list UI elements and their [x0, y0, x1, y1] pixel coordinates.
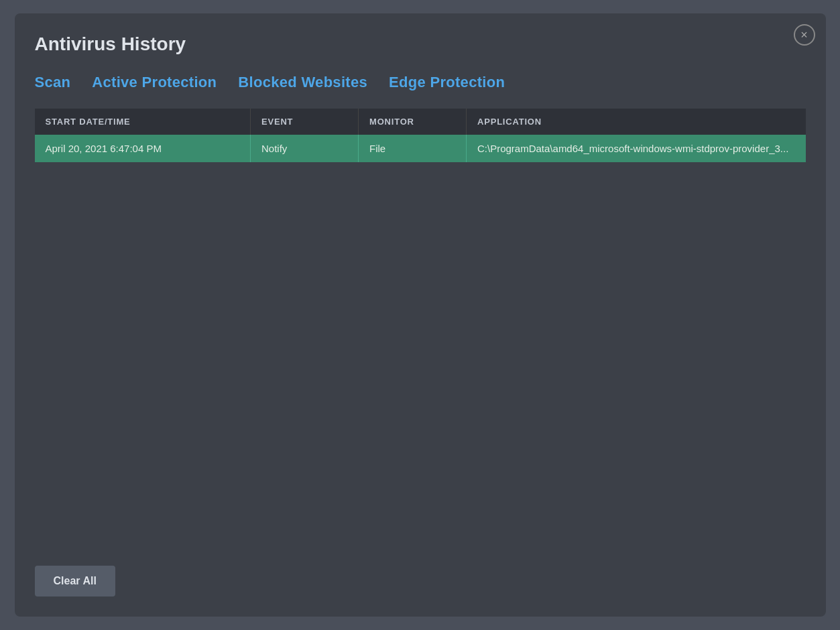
history-table: START DATE/TIME EVENT MONITOR APPLICATIO… [35, 109, 806, 162]
col-header-application: APPLICATION [467, 109, 806, 135]
col-header-start-date: START DATE/TIME [35, 109, 251, 135]
tab-active-protection[interactable]: Active Protection [92, 74, 217, 95]
close-button[interactable]: × [794, 24, 815, 46]
table-row[interactable]: April 20, 2021 6:47:04 PM Notify File C:… [35, 135, 806, 162]
cell-start-date: April 20, 2021 6:47:04 PM [35, 135, 251, 162]
tab-scan[interactable]: Scan [35, 74, 71, 95]
col-header-monitor: MONITOR [359, 109, 467, 135]
tab-bar: Scan Active Protection Blocked Websites … [35, 74, 806, 95]
tab-edge-protection[interactable]: Edge Protection [389, 74, 505, 95]
tab-blocked-websites[interactable]: Blocked Websites [238, 74, 367, 95]
table-header-row: START DATE/TIME EVENT MONITOR APPLICATIO… [35, 109, 806, 135]
clear-all-button[interactable]: Clear All [35, 566, 115, 596]
cell-event: Notify [251, 135, 359, 162]
cell-application: C:\ProgramData\amd64_microsoft-windows-w… [467, 135, 806, 162]
footer: Clear All [35, 566, 806, 596]
window-title: Antivirus History [35, 34, 806, 55]
col-header-event: EVENT [251, 109, 359, 135]
antivirus-history-window: × Antivirus History Scan Active Protecti… [15, 13, 826, 617]
history-table-container: START DATE/TIME EVENT MONITOR APPLICATIO… [35, 109, 806, 552]
cell-monitor: File [359, 135, 467, 162]
